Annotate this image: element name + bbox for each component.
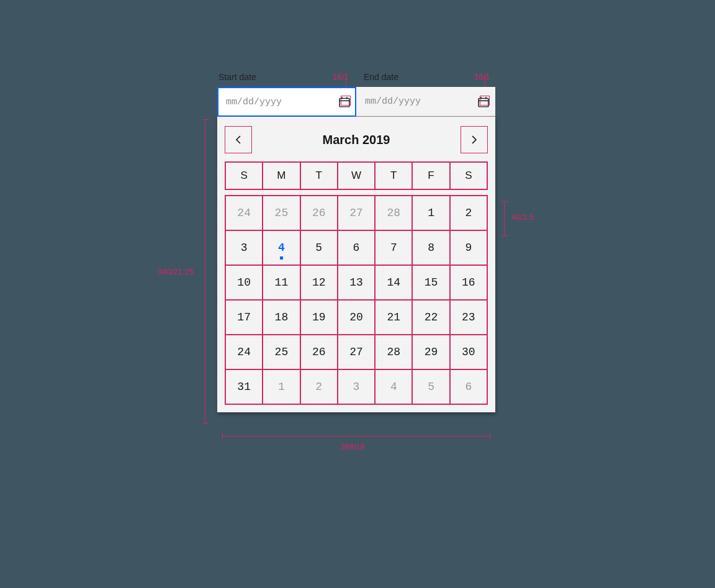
calendar-day-cell[interactable]: 14 <box>375 265 412 300</box>
datepicker-spec: Start date 16/1 End date 16/1 March 2019 <box>217 87 495 412</box>
calendar-day-cell[interactable]: 15 <box>412 265 449 300</box>
calendar-day-cell[interactable]: 25 <box>263 335 300 369</box>
calendar-header: March 2019 <box>225 123 488 156</box>
calendar-day-cell[interactable]: 24 <box>225 196 263 230</box>
calendar-popover: March 2019 SMTWTFS 242526272812345678910… <box>217 117 495 412</box>
chevron-left-icon <box>235 135 241 144</box>
calendar-day-cell[interactable]: 17 <box>225 300 263 335</box>
calendar-day-cell[interactable]: 10 <box>225 265 263 300</box>
calendar-day-cell[interactable]: 2 <box>450 196 487 230</box>
end-date-field[interactable] <box>356 87 495 117</box>
calendar-day-cell[interactable]: 27 <box>338 335 375 369</box>
calendar-day-cell[interactable]: 8 <box>412 230 449 265</box>
calendar-day-cell[interactable]: 4 <box>375 369 412 404</box>
weekday-header-row: SMTWTFS <box>225 161 488 190</box>
calendar-day-cell[interactable]: 25 <box>263 196 300 230</box>
calendar-day-cell[interactable]: 2 <box>300 369 338 404</box>
spec-dim-width-label: 288/18 <box>340 442 365 451</box>
calendar-day-cell[interactable]: 5 <box>300 230 338 265</box>
weekday-header-cell: T <box>375 162 412 189</box>
end-date-input[interactable] <box>365 96 478 107</box>
weekday-header-cell: F <box>412 162 449 189</box>
calendar-icon <box>339 96 350 107</box>
start-date-input[interactable] <box>226 97 339 107</box>
calendar-day-cell[interactable]: 23 <box>450 300 487 335</box>
weekday-header-cell: S <box>225 162 263 189</box>
calendar-day-cell[interactable]: 26 <box>300 196 338 230</box>
calendar-day-cell[interactable]: 27 <box>338 196 375 230</box>
spec-dim-width-line <box>222 436 490 436</box>
weekday-header-cell: T <box>300 162 338 189</box>
calendar-day-cell[interactable]: 11 <box>263 265 300 300</box>
calendar-day-cell[interactable]: 19 <box>300 300 338 335</box>
calendar-day-cell[interactable]: 22 <box>412 300 449 335</box>
calendar-day-cell[interactable]: 3 <box>338 369 375 404</box>
calendar-day-cell[interactable]: 5 <box>412 369 449 404</box>
calendar-day-cell[interactable]: 26 <box>300 335 338 369</box>
calendar-day-cell[interactable]: 29 <box>412 335 449 369</box>
start-date-label: Start date <box>218 72 256 82</box>
calendar-day-cell[interactable]: 6 <box>338 230 375 265</box>
calendar-day-cell[interactable]: 24 <box>225 335 263 369</box>
end-date-label: End date <box>364 72 398 82</box>
date-inputs-row <box>217 87 495 117</box>
month-year-label: March 2019 <box>323 133 390 147</box>
calendar-day-cell[interactable]: 30 <box>450 335 487 369</box>
spec-dim-height-label: 340/21.25 <box>158 267 194 276</box>
calendar-day-cell[interactable]: 7 <box>375 230 412 265</box>
spec-dim-row-line <box>504 201 505 236</box>
calendar-day-cell[interactable]: 13 <box>338 265 375 300</box>
spec-dim-row-label: 40/2.5 <box>511 212 534 222</box>
spec-anno-icon-end: 16/1 <box>474 72 490 81</box>
prev-month-button[interactable] <box>225 126 252 153</box>
next-month-button[interactable] <box>461 126 488 153</box>
calendar-day-cell[interactable]: 4 <box>263 230 300 265</box>
calendar-day-cell[interactable]: 16 <box>450 265 487 300</box>
weekday-header-cell: W <box>338 162 375 189</box>
calendar-day-cell[interactable]: 28 <box>375 196 412 230</box>
calendar-day-cell[interactable]: 21 <box>375 300 412 335</box>
calendar-day-cell[interactable]: 31 <box>225 369 263 404</box>
start-date-field[interactable] <box>217 87 356 117</box>
calendar-day-cell[interactable]: 12 <box>300 265 338 300</box>
calendar-day-cell[interactable]: 3 <box>225 230 263 265</box>
calendar-day-cell[interactable]: 6 <box>450 369 487 404</box>
spec-anno-icon-start: 16/1 <box>333 72 348 81</box>
weekday-header-cell: M <box>263 162 300 189</box>
calendar-day-cell[interactable]: 20 <box>338 300 375 335</box>
svg-rect-4 <box>479 98 488 107</box>
calendar-day-cell[interactable]: 18 <box>263 300 300 335</box>
calendar-day-cell[interactable]: 28 <box>375 335 412 369</box>
spec-dim-height-line <box>205 119 205 423</box>
calendar-day-cell[interactable]: 9 <box>450 230 487 265</box>
weekday-header-cell: S <box>450 162 487 189</box>
calendar-day-cell[interactable]: 1 <box>412 196 449 230</box>
svg-rect-0 <box>340 98 349 107</box>
calendar-day-cell[interactable]: 1 <box>263 369 300 404</box>
calendar-day-grid: 2425262728123456789101112131415161718192… <box>225 195 488 405</box>
chevron-right-icon <box>471 135 477 144</box>
calendar-icon <box>478 96 489 107</box>
